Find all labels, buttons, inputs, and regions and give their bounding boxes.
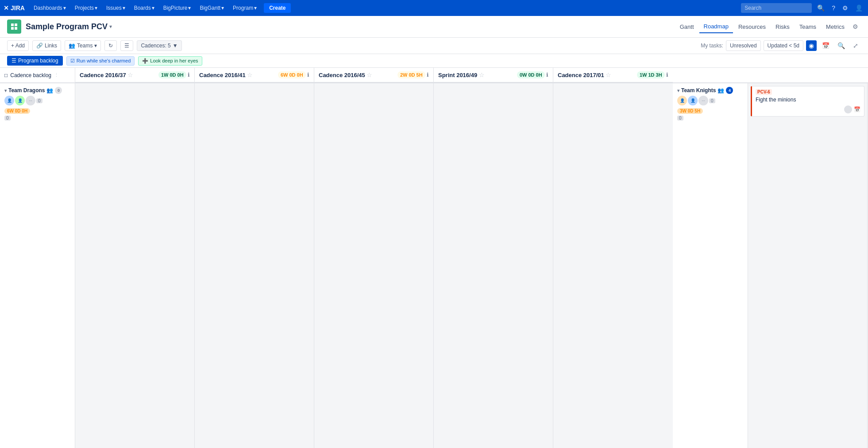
teams-people-icon-1: 👥 [718,87,724,93]
cadence-star-icon-0[interactable]: ☆ [127,71,133,78]
board-area: □ Cadence backlog ⋮ Cadence 2016/37 ☆ 1W… [0,68,868,448]
team-expand-1[interactable]: ▾ [677,88,679,93]
team-members-1: 👤 👤 ··· 0 [677,96,743,105]
user-avatar[interactable]: 👤 [853,3,864,13]
cadence-info-icon-2[interactable]: ℹ [427,72,429,78]
program-title: Sample Program PCV [26,22,108,31]
help-icon[interactable]: ? [830,3,837,13]
cadence-header-inner-1: Cadence 2016/41 ☆ 6W 0D 0H ℹ [195,68,314,82]
backlog-item-0[interactable]: ☑ Run while she's charmed [66,56,135,66]
teams-icon: 👥 [69,43,75,49]
cadence-info-icon-0[interactable]: ℹ [188,72,190,78]
tab-metrics[interactable]: Metrics [822,21,849,33]
unresolved-filter[interactable]: Unresolved [726,40,761,51]
search-icon[interactable]: 🔍 [815,3,826,13]
cadence-info-icon-3[interactable]: ℹ [546,72,548,78]
cadence-info-icon-4[interactable]: ℹ [666,72,668,78]
cadence-header-inner-2: Cadence 2016/45 ☆ 2W 0D 5H ℹ [314,68,433,82]
cadence-header-3: Sprint 2016/49 ☆ 0W 0D 0H ℹ [434,68,553,82]
settings-icon[interactable]: ⚙ [841,3,850,13]
cadence-header-inner-0: Cadence 2016/37 ☆ 1W 0D 0H ℹ [75,68,194,82]
program-settings-icon[interactable]: ⚙ [850,20,861,33]
team-cell-0-1 [195,83,314,448]
tab-gantt[interactable]: Gantt [675,21,698,33]
links-button[interactable]: 🔗 Links [32,40,61,51]
team-cell-0-4 [553,83,673,448]
avatar-0-0: 👤 [4,96,14,105]
cadence-header-4: Cadence 2017/01 ☆ 1W 1D 3H ℹ [553,68,673,82]
team-name-label-1: Team Knights [681,87,716,93]
avatar-1-1: 👤 [688,96,698,105]
member-count-1: 4 [726,87,733,94]
cadence-header-inner-4: Cadence 2017/01 ☆ 1W 1D 3H ℹ [553,68,673,82]
team-row-1: ▾ Team Knights 👥 4 👤 👤 ··· 0 3W 0D 5H 0 [673,83,868,448]
team-name-row-1: ▾ Team Knights 👥 4 [677,87,743,94]
top-navigation: ✕ JIRA Dashboards ▾ Projects ▾ Issues ▾ … [0,0,868,16]
backlog-item-1[interactable]: ➕ Look deep in her eyes [138,56,202,66]
team-row-0: ▾ Team Dragons 👥 0 👤 👤 ··· 0 6W 0D 0H 0 [0,83,673,448]
tab-risks[interactable]: Risks [771,21,794,33]
boards-menu[interactable]: Boards ▾ [131,3,158,13]
projects-menu[interactable]: Projects ▾ [71,3,101,13]
program-backlog-tab[interactable]: ☰ Program backlog [7,56,63,66]
updated-filter[interactable]: Updated < 5d [764,40,803,51]
search-filter-button[interactable]: 🔍 [835,40,848,51]
program-navigation: Gantt Roadmap Resources Risks Teams Metr… [675,20,861,33]
toolbar: + Add 🔗 Links 👥 Teams ▾ ↻ ☰ Cadences: 5 … [0,38,868,54]
cadence-header-1: Cadence 2016/41 ☆ 6W 0D 0H ℹ [195,68,314,82]
svg-rect-3 [15,27,17,30]
team-time-1: 3W 0D 5H [677,107,743,114]
cadence-header-0: Cadence 2016/37 ☆ 1W 0D 0H ℹ [75,68,195,82]
search-input[interactable] [741,3,812,13]
cadence-star-icon-4[interactable]: ☆ [606,71,611,78]
cadence-headers: Cadence 2016/37 ☆ 1W 0D 0H ℹ Cadence 201… [75,68,868,82]
tab-roadmap[interactable]: Roadmap [699,20,733,33]
cadence-star-icon-1[interactable]: ☆ [247,71,253,78]
team-count-zero-1: 0 [677,116,683,121]
board-view-button[interactable]: ◉ [806,40,817,51]
expand-button[interactable]: ⤢ [850,40,861,51]
refresh-button[interactable]: ↻ [104,40,117,51]
cadence-star-icon-3[interactable]: ☆ [479,71,485,78]
team-name-row-0: ▾ Team Dragons 👥 0 [4,87,70,94]
plus-icon: ➕ [142,58,148,64]
backlog-bar: ☰ Program backlog ☑ Run while she's char… [0,54,868,68]
svg-rect-1 [15,23,17,26]
program-dropdown-icon[interactable]: ▾ [109,23,112,30]
backlog-icon: ☰ [12,58,16,64]
team-time-0: 6W 0D 0H [4,107,70,114]
filter-icon: ▼ [173,43,178,49]
team-info-0: ▾ Team Dragons 👥 0 👤 👤 ··· 0 6W 0D 0H 0 [0,83,75,448]
count-badge-0: 0 [36,98,42,103]
cadences-filter: Cadences: 5 ▼ [137,40,181,51]
card-pcv6[interactable]: PCV-6 Fight the minions 📅 [751,86,864,117]
cadence-info-icon-1[interactable]: ℹ [307,72,309,78]
cadence-duration-1: 6W 0D 0H [278,71,306,78]
team-members-0: 👤 👤 ··· 0 [4,96,70,105]
drag-handle-icon[interactable]: ⋮ [54,72,59,78]
tab-teams[interactable]: Teams [795,21,821,33]
create-button[interactable]: Create [264,3,291,13]
links-icon: 🔗 [36,43,43,49]
team-info-1: ▾ Team Knights 👥 4 👤 👤 ··· 0 3W 0D 5H 0 [673,83,748,448]
tab-resources[interactable]: Resources [734,21,770,33]
count-badge-1: 0 [709,98,715,103]
program-menu[interactable]: Program ▾ [229,3,260,13]
team-count-zero-0: 0 [4,116,11,121]
issues-menu[interactable]: Issues ▾ [103,3,129,13]
list-view-button[interactable]: ☰ [120,40,133,51]
dashboards-menu[interactable]: Dashboards ▾ [30,3,69,13]
logo-x: ✕ [4,4,9,12]
biggantt-menu[interactable]: BigGantt ▾ [196,3,228,13]
team-cell-0-0 [75,83,195,448]
svg-rect-0 [11,23,14,26]
cadence-star-icon-2[interactable]: ☆ [366,71,372,78]
add-button[interactable]: + Add [7,40,29,51]
bigpicture-menu[interactable]: BigPicture ▾ [160,3,195,13]
avatar-1-0: 👤 [677,96,687,105]
calendar-view-button[interactable]: 📅 [819,40,832,51]
teams-filter-button[interactable]: 👥 Teams ▾ [65,40,101,51]
toolbar-right: My tasks: Unresolved Updated < 5d ◉ 📅 🔍 … [701,40,861,51]
team-expand-0[interactable]: ▾ [4,88,7,93]
backlog-items-bar: ☑ Run while she's charmed ➕ Look deep in… [66,56,861,66]
